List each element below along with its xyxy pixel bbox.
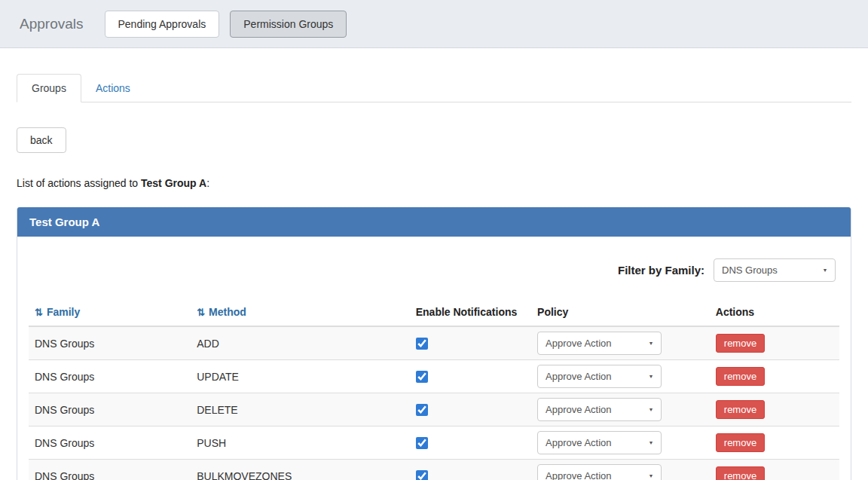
family-cell: DNS Groups <box>29 326 191 360</box>
page-title: Approvals <box>20 16 84 32</box>
tab-groups[interactable]: Groups <box>17 74 81 102</box>
top-bar: Approvals Pending Approvals Permission G… <box>0 0 868 48</box>
remove-button[interactable]: remove <box>716 334 765 353</box>
table-header-row: ⇅Family ⇅Method Enable Notifications Pol… <box>29 298 839 326</box>
family-cell: DNS Groups <box>29 426 191 460</box>
table-body: DNS Groups ADD Approve Action remove DNS… <box>29 326 839 480</box>
policy-select[interactable]: Approve Action <box>537 431 662 454</box>
column-header-policy: Policy <box>531 298 710 326</box>
pending-approvals-button[interactable]: Pending Approvals <box>105 11 220 38</box>
table-row: DNS Groups ADD Approve Action remove <box>29 326 839 360</box>
panel-body: Filter by Family: DNS Groups ⇅Family ⇅Me… <box>17 237 851 480</box>
actions-table: ⇅Family ⇅Method Enable Notifications Pol… <box>29 298 839 480</box>
policy-select[interactable]: Approve Action <box>537 398 662 421</box>
policy-select-wrapper: Approve Action <box>537 365 662 388</box>
table-row: DNS Groups UPDATE Approve Action remove <box>29 360 839 393</box>
method-cell: DELETE <box>191 393 410 426</box>
family-filter-wrapper: DNS Groups <box>714 258 836 282</box>
policy-select-wrapper: Approve Action <box>537 332 662 355</box>
panel-title: Test Group A <box>17 207 851 237</box>
remove-button[interactable]: remove <box>716 433 765 452</box>
method-cell: ADD <box>191 326 410 360</box>
family-filter-select[interactable]: DNS Groups <box>714 258 836 282</box>
intro-group-name: Test Group A <box>141 177 206 189</box>
intro-prefix: List of actions assigned to <box>17 177 141 189</box>
policy-select-wrapper: Approve Action <box>537 464 662 480</box>
remove-button[interactable]: remove <box>716 367 765 386</box>
remove-button[interactable]: remove <box>716 466 765 480</box>
tab-actions[interactable]: Actions <box>81 75 145 102</box>
tab-bar: Groups Actions <box>17 74 851 102</box>
remove-button[interactable]: remove <box>716 400 765 419</box>
notifications-checkbox[interactable] <box>416 470 428 480</box>
main-content: Groups Actions back List of actions assi… <box>0 74 868 480</box>
column-header-notifications: Enable Notifications <box>410 298 531 326</box>
intro-suffix: : <box>206 177 209 189</box>
sort-icon: ⇅ <box>197 307 205 318</box>
policy-select-wrapper: Approve Action <box>537 398 662 421</box>
family-cell: DNS Groups <box>29 360 191 393</box>
table-row: DNS Groups DELETE Approve Action remove <box>29 393 839 426</box>
policy-select[interactable]: Approve Action <box>537 464 662 480</box>
sort-icon: ⇅ <box>35 307 43 318</box>
policy-select[interactable]: Approve Action <box>537 332 662 355</box>
group-panel: Test Group A Filter by Family: DNS Group… <box>17 207 851 480</box>
notifications-checkbox[interactable] <box>416 371 428 383</box>
notifications-checkbox[interactable] <box>416 338 428 350</box>
policy-select[interactable]: Approve Action <box>537 365 662 388</box>
method-cell: BULKMOVEZONES <box>191 460 410 480</box>
method-cell: UPDATE <box>191 360 410 393</box>
column-header-family-label: Family <box>47 306 80 318</box>
method-cell: PUSH <box>191 426 410 460</box>
column-header-method-label: Method <box>209 306 246 318</box>
table-row: DNS Groups PUSH Approve Action remove <box>29 426 839 460</box>
notifications-checkbox[interactable] <box>416 404 428 416</box>
back-button[interactable]: back <box>17 127 66 153</box>
column-header-actions: Actions <box>710 298 839 326</box>
table-row: DNS Groups BULKMOVEZONES Approve Action … <box>29 460 839 480</box>
family-cell: DNS Groups <box>29 393 191 426</box>
column-header-method[interactable]: ⇅Method <box>191 298 410 326</box>
notifications-checkbox[interactable] <box>416 437 428 449</box>
family-cell: DNS Groups <box>29 460 191 480</box>
policy-select-wrapper: Approve Action <box>537 431 662 454</box>
column-header-family[interactable]: ⇅Family <box>29 298 191 326</box>
filter-row: Filter by Family: DNS Groups <box>29 258 836 282</box>
permission-groups-button[interactable]: Permission Groups <box>230 11 347 38</box>
intro-text: List of actions assigned to Test Group A… <box>17 177 851 189</box>
filter-label: Filter by Family: <box>618 264 704 277</box>
